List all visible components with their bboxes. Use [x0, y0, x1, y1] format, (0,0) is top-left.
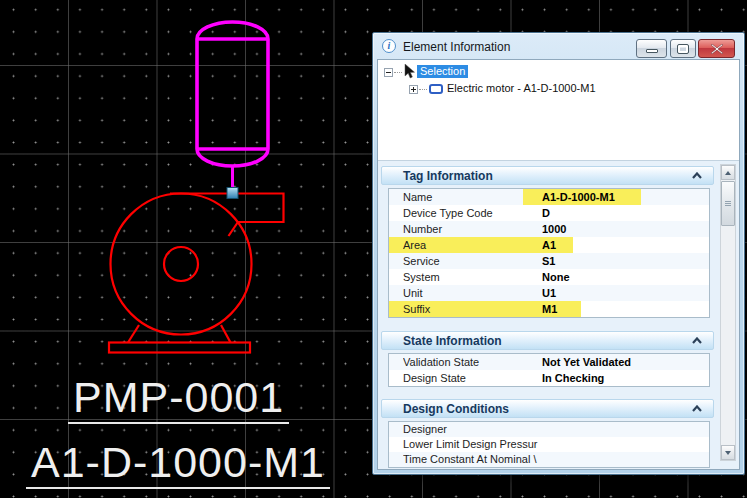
row-value[interactable]: In Checking	[542, 370, 604, 386]
row-label: Lower Limit Design Pressur	[403, 437, 541, 452]
chevron-up-icon[interactable]	[692, 172, 702, 179]
table-row: ServiceS1	[389, 253, 709, 269]
row-label: Design State	[403, 370, 541, 386]
restore-button[interactable]	[670, 39, 696, 58]
table-row: Time Constant At Nominal \	[389, 452, 709, 467]
vertical-scrollbar[interactable]	[720, 164, 736, 461]
table-row: Number1000	[389, 221, 709, 237]
dialog-title: Element Information	[403, 40, 510, 54]
row-label: Number	[403, 221, 541, 237]
row-label: Area	[403, 237, 541, 253]
table-row: Design StateIn Checking	[389, 370, 709, 386]
table-row: Lower Limit Design Pressur	[389, 437, 709, 452]
tag-information-table: NameA1-D-1000-M1 Device Type CodeD Numbe…	[388, 188, 710, 318]
tree-connector	[394, 72, 402, 73]
section-title: Design Conditions	[403, 402, 509, 416]
scroll-up-icon	[725, 171, 731, 175]
element-information-dialog: i Element Information Selection Electric…	[372, 32, 745, 475]
scroll-down-button[interactable]	[721, 445, 735, 460]
selection-tree: Selection Electric motor - A1-D-1000-M1	[378, 60, 739, 161]
close-button[interactable]	[698, 39, 735, 58]
tree-node-electric-motor[interactable]: Electric motor - A1-D-1000-M1	[409, 81, 596, 97]
row-label: Suffix	[403, 301, 541, 317]
section-title: State Information	[403, 334, 502, 348]
close-icon	[711, 44, 723, 54]
row-label: System	[403, 269, 541, 285]
thumb-grip-icon	[725, 201, 731, 202]
state-information-table: Validation StateNot Yet Validated Design…	[388, 353, 710, 387]
table-row: SystemNone	[389, 269, 709, 285]
table-row: AreaA1	[389, 237, 709, 253]
table-row: UnitU1	[389, 285, 709, 301]
scrollbar-thumb[interactable]	[721, 181, 735, 226]
row-value[interactable]: U1	[542, 285, 556, 301]
dialog-titlebar[interactable]: i Element Information	[373, 33, 744, 59]
table-row: NameA1-D-1000-M1	[389, 189, 709, 205]
table-row: Designer	[389, 422, 709, 437]
row-label: Name	[403, 189, 541, 205]
chevron-up-icon[interactable]	[692, 337, 702, 344]
cursor-arrow-icon	[404, 64, 416, 79]
section-header-tag-information[interactable]: Tag Information	[381, 166, 714, 185]
section-header-design-conditions[interactable]: Design Conditions	[381, 399, 714, 418]
row-label: Service	[403, 253, 541, 269]
section-header-state-information[interactable]: State Information	[381, 331, 714, 350]
expand-expander-icon[interactable]	[409, 85, 418, 94]
dialog-body: Selection Electric motor - A1-D-1000-M1 …	[377, 59, 740, 470]
row-value[interactable]: M1	[542, 301, 557, 317]
tree-connector	[419, 89, 427, 90]
row-label: Device Type Code	[403, 205, 541, 221]
row-label: Unit	[403, 285, 541, 301]
minimize-icon	[646, 49, 658, 53]
motor-name-label[interactable]: A1-D-1000-M1	[26, 441, 330, 489]
electric-motor-icon	[429, 84, 443, 94]
tree-selection-label[interactable]: Selection	[417, 65, 468, 78]
restore-icon	[678, 45, 688, 53]
row-value[interactable]: 1000	[542, 221, 566, 237]
pump-tag-label[interactable]: PMP-0001	[68, 376, 289, 424]
row-value[interactable]: A1-D-1000-M1	[542, 189, 615, 205]
row-value[interactable]: Not Yet Validated	[542, 354, 631, 370]
row-value[interactable]: None	[542, 269, 570, 285]
property-area: Tag Information NameA1-D-1000-M1 Device …	[379, 163, 718, 468]
tree-motor-label[interactable]: Electric motor - A1-D-1000-M1	[446, 82, 596, 94]
row-label: Designer	[403, 422, 541, 437]
row-label: Time Constant At Nominal \	[403, 452, 541, 467]
info-icon: i	[382, 39, 396, 53]
minimize-button[interactable]	[636, 39, 667, 58]
row-value[interactable]: S1	[542, 253, 555, 269]
design-conditions-table: Designer Lower Limit Design Pressur Time…	[388, 421, 710, 468]
selection-grip-handle[interactable]	[227, 188, 238, 199]
row-value[interactable]: A1	[542, 237, 556, 253]
chevron-up-icon[interactable]	[692, 405, 702, 412]
pump-symbol[interactable]	[109, 194, 284, 353]
row-value[interactable]: D	[542, 205, 550, 221]
motor-symbol[interactable]	[197, 22, 268, 192]
table-row: Validation StateNot Yet Validated	[389, 354, 709, 370]
scroll-down-icon	[725, 451, 731, 455]
table-row: Device Type CodeD	[389, 205, 709, 221]
row-label: Validation State	[403, 354, 541, 370]
collapse-expander-icon[interactable]	[384, 68, 393, 77]
table-row: SuffixM1	[389, 301, 709, 317]
tree-node-selection[interactable]: Selection	[384, 64, 468, 80]
section-title: Tag Information	[403, 169, 493, 183]
scroll-up-button[interactable]	[721, 165, 735, 180]
